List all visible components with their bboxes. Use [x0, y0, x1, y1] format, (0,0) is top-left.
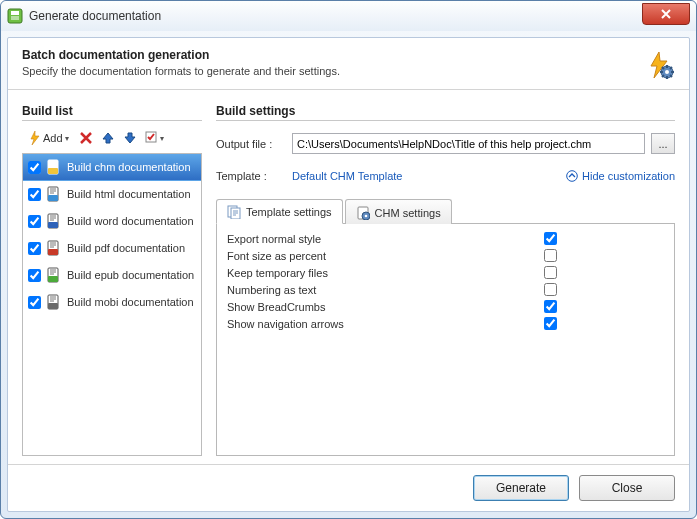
build-settings-panel: Build settings Output file : ... Templat… — [216, 104, 675, 456]
svg-point-16 — [567, 171, 578, 182]
list-item[interactable]: Build word documentation — [23, 208, 201, 235]
banner-heading: Batch documentation generation — [22, 48, 675, 62]
option-label: Export normal style — [227, 233, 544, 245]
build-list[interactable]: Build chm documentationBuild html docume… — [22, 153, 202, 456]
option-label: Show navigation arrows — [227, 318, 544, 330]
list-item-label: Build pdf documentation — [67, 242, 185, 254]
svg-point-2 — [665, 70, 669, 74]
list-item-label: Build word documentation — [67, 215, 194, 227]
option-row: Export normal style — [227, 230, 664, 247]
check-all-button[interactable]: ▾ — [142, 128, 167, 148]
tab-template-settings[interactable]: Template settings — [216, 199, 343, 224]
titlebar[interactable]: Generate documentation — [1, 1, 696, 31]
output-file-input[interactable] — [292, 133, 645, 154]
option-checkbox[interactable] — [544, 283, 557, 296]
build-list-panel: Build list Add ▾ — [22, 104, 202, 456]
dropdown-caret-icon: ▾ — [160, 134, 164, 143]
option-row: Font size as percent — [227, 247, 664, 264]
option-row: Keep temporary files — [227, 264, 664, 281]
output-file-row: Output file : ... — [216, 133, 675, 154]
option-label: Numbering as text — [227, 284, 544, 296]
template-link[interactable]: Default CHM Template — [292, 170, 402, 182]
svg-rect-5 — [48, 168, 58, 174]
browse-button[interactable]: ... — [651, 133, 675, 154]
list-item-checkbox[interactable] — [28, 215, 41, 228]
svg-point-21 — [364, 214, 367, 217]
bolt-icon — [29, 131, 41, 145]
footer: Generate Close — [8, 464, 689, 511]
lightning-gear-icon — [645, 50, 675, 80]
tab-icon — [356, 206, 370, 220]
move-up-button[interactable] — [98, 128, 118, 148]
list-item-label: Build html documentation — [67, 188, 191, 200]
pdf-file-icon — [46, 240, 62, 256]
list-item-checkbox[interactable] — [28, 161, 41, 174]
content: Build list Add ▾ — [8, 90, 689, 464]
chm-file-icon — [46, 159, 62, 175]
svg-rect-13 — [48, 276, 58, 282]
dialog-window: Generate documentation Batch documentati… — [0, 0, 697, 519]
option-label: Show BreadCrumbs — [227, 301, 544, 313]
tab-label: Template settings — [246, 206, 332, 218]
template-label: Template : — [216, 170, 286, 182]
option-row: Show BreadCrumbs — [227, 298, 664, 315]
dropdown-caret-icon: ▾ — [65, 134, 69, 143]
banner: Batch documentation generation Specify t… — [8, 38, 689, 90]
delete-button[interactable] — [76, 128, 96, 148]
option-row: Numbering as text — [227, 281, 664, 298]
list-item[interactable]: Build pdf documentation — [23, 235, 201, 262]
svg-rect-9 — [48, 222, 58, 228]
epub-file-icon — [46, 267, 62, 283]
option-checkbox[interactable] — [544, 232, 557, 245]
collapse-icon — [566, 170, 578, 182]
list-item-label: Build mobi documentation — [67, 296, 194, 308]
hide-customization-link[interactable]: Hide customization — [566, 170, 675, 182]
template-settings-pane: Export normal styleFont size as percentK… — [216, 224, 675, 456]
generate-button[interactable]: Generate — [473, 475, 569, 501]
tab-chm-settings[interactable]: CHM settings — [345, 199, 452, 224]
add-button[interactable]: Add ▾ — [24, 128, 74, 148]
tab-label: CHM settings — [375, 207, 441, 219]
option-label: Font size as percent — [227, 250, 544, 262]
close-button[interactable]: Close — [579, 475, 675, 501]
option-checkbox[interactable] — [544, 300, 557, 313]
build-list-toolbar: Add ▾ ▾ — [22, 125, 202, 151]
option-row: Show navigation arrows — [227, 315, 664, 332]
list-item[interactable]: Build chm documentation — [23, 154, 201, 181]
template-row: Template : Default CHM Template Hide cus… — [216, 170, 675, 182]
list-item-checkbox[interactable] — [28, 242, 41, 255]
html-file-icon — [46, 186, 62, 202]
list-item-checkbox[interactable] — [28, 269, 41, 282]
build-settings-heading: Build settings — [216, 104, 675, 121]
list-item[interactable]: Build epub documentation — [23, 262, 201, 289]
option-checkbox[interactable] — [544, 266, 557, 279]
close-window-button[interactable] — [642, 3, 690, 25]
dialog-body: Batch documentation generation Specify t… — [7, 37, 690, 512]
list-item[interactable]: Build mobi documentation — [23, 289, 201, 316]
list-item-checkbox[interactable] — [28, 296, 41, 309]
hide-customization-label: Hide customization — [582, 170, 675, 182]
svg-rect-11 — [48, 249, 58, 255]
list-item-label: Build chm documentation — [67, 161, 191, 173]
list-item-label: Build epub documentation — [67, 269, 194, 281]
option-checkbox[interactable] — [544, 249, 557, 262]
option-label: Keep temporary files — [227, 267, 544, 279]
banner-sub: Specify the documentation formats to gen… — [22, 65, 675, 77]
svg-rect-7 — [48, 195, 58, 201]
word-file-icon — [46, 213, 62, 229]
list-item-checkbox[interactable] — [28, 188, 41, 201]
tab-icon — [227, 205, 241, 219]
app-icon — [7, 8, 23, 24]
mobi-file-icon — [46, 294, 62, 310]
window-title: Generate documentation — [29, 9, 161, 23]
output-file-label: Output file : — [216, 138, 286, 150]
list-item[interactable]: Build html documentation — [23, 181, 201, 208]
move-down-button[interactable] — [120, 128, 140, 148]
option-checkbox[interactable] — [544, 317, 557, 330]
svg-rect-15 — [48, 303, 58, 309]
add-label: Add — [43, 132, 63, 144]
build-list-heading: Build list — [22, 104, 202, 121]
settings-tabs: Template settingsCHM settings — [216, 198, 675, 224]
